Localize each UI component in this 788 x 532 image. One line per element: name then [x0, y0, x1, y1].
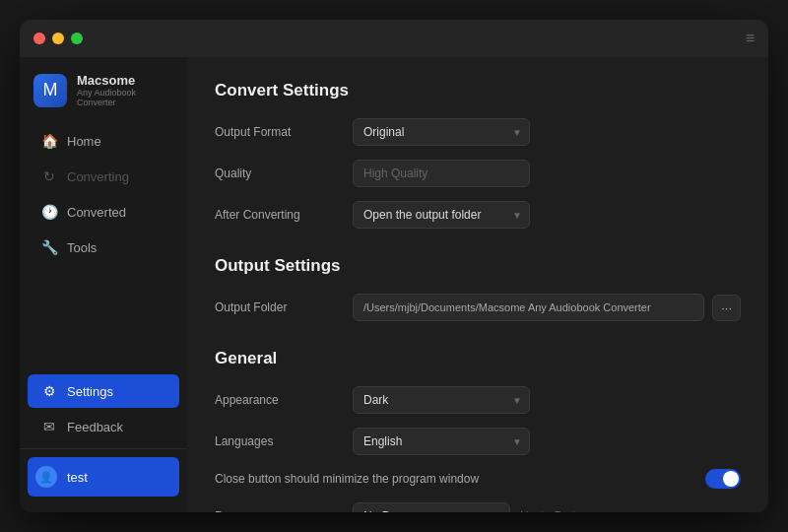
app-info: Macsome Any Audiobook Converter: [77, 73, 173, 107]
convert-settings-title: Convert Settings: [215, 81, 741, 100]
app-subtitle: Any Audiobook Converter: [77, 88, 173, 107]
folder-row: /Users/mjbj/Documents/Macsome Any Audiob…: [353, 294, 741, 321]
app-logo: M: [33, 74, 67, 107]
home-icon: 🏠: [41, 133, 57, 149]
close-button-toggle[interactable]: [705, 469, 741, 489]
proxy-host-label: Host: [520, 503, 545, 512]
output-format-wrapper: Original MP3 AAC FLAC WAV ▼: [353, 118, 530, 146]
sidebar-item-tools[interactable]: 🔧 Tools: [28, 231, 179, 264]
sidebar-item-label-converting: Converting: [67, 169, 129, 184]
languages-select[interactable]: English Chinese French German Spanish: [353, 428, 530, 455]
appearance-row: Appearance Dark Light System ▼: [215, 386, 741, 414]
app-window: ≡ M Macsome Any Audiobook Converter 🏠 Ho…: [20, 20, 768, 512]
after-converting-wrapper: Open the output folder Do nothing Quit a…: [353, 201, 530, 229]
proxy-port-label: Port: [555, 503, 576, 512]
sidebar-item-converting[interactable]: ↻ Converting: [28, 160, 179, 193]
folder-path: /Users/mjbj/Documents/Macsome Any Audiob…: [353, 294, 704, 321]
appearance-select[interactable]: Dark Light System: [353, 386, 530, 414]
convert-settings-section: Convert Settings Output Format Original …: [215, 81, 741, 229]
output-format-row: Output Format Original MP3 AAC FLAC WAV …: [215, 118, 741, 146]
toggle-thumb: [723, 471, 739, 487]
general-title: General: [215, 349, 741, 368]
sidebar-item-converted[interactable]: 🕐 Converted: [28, 195, 179, 229]
maximize-button[interactable]: [71, 33, 83, 44]
sidebar-item-label-home: Home: [67, 134, 101, 149]
traffic-lights: [33, 33, 83, 44]
user-item[interactable]: 👤 test: [28, 457, 179, 497]
proxy-label: Proxy: [215, 509, 343, 512]
close-button[interactable]: [33, 33, 45, 44]
user-section: 👤 test: [20, 448, 187, 504]
languages-wrapper: English Chinese French German Spanish ▼: [353, 428, 530, 455]
sidebar: M Macsome Any Audiobook Converter 🏠 Home…: [20, 57, 187, 512]
feedback-icon: ✉: [41, 419, 57, 434]
languages-label: Languages: [215, 434, 343, 448]
titlebar: ≡: [20, 20, 768, 57]
quality-row: Quality High Quality: [215, 160, 741, 187]
quality-label: Quality: [215, 166, 343, 180]
output-format-label: Output Format: [215, 125, 343, 139]
sidebar-item-label-settings: Settings: [67, 384, 113, 399]
languages-row: Languages English Chinese French German …: [215, 428, 741, 455]
after-converting-label: After Converting: [215, 208, 343, 222]
output-settings-title: Output Settings: [215, 256, 741, 276]
browse-folder-button[interactable]: ···: [712, 295, 741, 321]
sidebar-item-label-feedback: Feedback: [67, 420, 123, 434]
sidebar-item-feedback[interactable]: ✉ Feedback: [28, 410, 179, 443]
sidebar-item-label-tools: Tools: [67, 240, 97, 255]
output-format-select[interactable]: Original MP3 AAC FLAC WAV: [353, 118, 530, 146]
close-button-label: Close button should minimize the program…: [215, 472, 479, 486]
menu-icon[interactable]: ≡: [746, 30, 755, 47]
sidebar-item-settings[interactable]: ⚙ Settings: [28, 374, 179, 408]
main-content: M Macsome Any Audiobook Converter 🏠 Home…: [20, 57, 768, 512]
proxy-wrapper: No Proxy HTTP SOCKS5 ▼: [353, 502, 510, 512]
appearance-wrapper: Dark Light System ▼: [353, 386, 530, 414]
close-button-row: Close button should minimize the program…: [215, 469, 741, 489]
minimize-button[interactable]: [52, 33, 64, 44]
sidebar-item-label-converted: Converted: [67, 205, 126, 220]
converted-icon: 🕐: [41, 204, 57, 220]
settings-icon: ⚙: [41, 383, 57, 399]
tools-icon: 🔧: [41, 239, 57, 255]
user-avatar: 👤: [35, 466, 57, 488]
quality-field: High Quality: [353, 160, 530, 187]
app-header: M Macsome Any Audiobook Converter: [20, 65, 187, 123]
proxy-select[interactable]: No Proxy HTTP SOCKS5: [353, 502, 510, 512]
general-section: General Appearance Dark Light System ▼ L…: [215, 349, 741, 512]
converting-icon: ↻: [41, 168, 57, 184]
appearance-label: Appearance: [215, 393, 343, 407]
after-converting-select[interactable]: Open the output folder Do nothing Quit a…: [353, 201, 530, 229]
app-name: Macsome: [77, 73, 173, 88]
output-folder-row: Output Folder /Users/mjbj/Documents/Macs…: [215, 294, 741, 321]
proxy-row: Proxy No Proxy HTTP SOCKS5 ▼ Host Port: [215, 502, 741, 512]
after-converting-row: After Converting Open the output folder …: [215, 201, 741, 229]
user-name: test: [67, 470, 88, 485]
output-folder-label: Output Folder: [215, 300, 343, 314]
sidebar-item-home[interactable]: 🏠 Home: [28, 124, 179, 158]
content-area: Convert Settings Output Format Original …: [187, 57, 768, 512]
output-settings-section: Output Settings Output Folder /Users/mjb…: [215, 256, 741, 321]
